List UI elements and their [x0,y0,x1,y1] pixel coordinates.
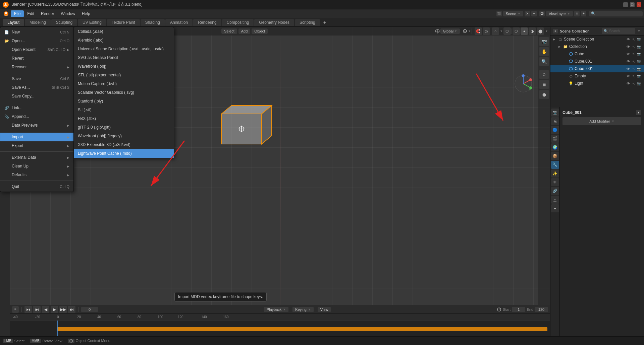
light-eye[interactable]: 👁 [626,81,631,86]
import-stl-exp[interactable]: STL (.stl) (experimental) [74,71,174,79]
current-frame-input[interactable] [81,307,98,312]
material-btn[interactable]: ◑ [529,27,536,35]
menu-file[interactable]: File [11,10,24,17]
file-menu-import[interactable]: Import ▶ [0,133,73,141]
import-alembic[interactable]: Alembic (.abc) [74,36,174,45]
view-zoom-btn[interactable]: 🔍 [539,57,549,66]
menu-blender[interactable] [1,10,11,17]
step-back-btn[interactable]: ⏮ [33,306,41,313]
menu-edit[interactable]: Edit [24,10,38,17]
cube001-render[interactable]: 📷 [637,59,641,64]
cube-pointer[interactable]: ↖ [631,52,636,56]
file-menu-open[interactable]: 📂 Open... Ctrl O [0,37,73,45]
viewport-object-btn[interactable]: Object [252,28,268,34]
prop-physics-icon[interactable]: ⚛ [551,178,559,186]
jump-end-btn[interactable]: ⏭ [68,306,75,313]
tab-compositing[interactable]: Compositing [222,19,254,26]
prop-modifier-icon[interactable]: 🔧 [551,161,559,169]
tab-geometry-nodes[interactable]: Geometry Nodes [254,19,294,26]
viewlayer-selector[interactable]: ViewLayer ▼ [546,11,573,16]
proportional-btn[interactable]: ◎ [483,27,490,35]
view-ortho-btn[interactable]: ▦ [539,80,549,89]
collection-eye[interactable]: 👁 [626,44,631,49]
file-menu-external-data[interactable]: External Data ▶ [0,153,73,162]
outliner-item-scene-collection[interactable]: ▶ 🗂 Scene Collection 👁 ↖ 📷 [550,36,644,43]
file-menu-clean-up[interactable]: Clean Up ▶ [0,162,73,170]
prop-render-icon[interactable]: 📷 [551,109,559,117]
file-menu-save-as[interactable]: Save As... Shift Ctrl S [0,83,73,92]
cube001-eye[interactable]: 👁 [626,59,631,64]
import-usd[interactable]: Universal Scene Description (.usd, .usdc… [74,45,174,53]
import-wavefront[interactable]: Wavefront (.obj) [74,62,174,71]
properties-options-btn[interactable]: ▼ [636,110,641,115]
empty-render[interactable]: 📷 [637,74,641,78]
prev-key-btn[interactable]: ◀ [42,306,49,313]
import-gltf[interactable]: gITF 2.0 (.glb/.gltf) [74,123,174,132]
cube001-pointer[interactable]: ↖ [631,59,636,64]
visibility-pointer[interactable]: ↖ [631,37,636,42]
empty-eye[interactable]: 👁 [626,74,631,78]
tab-animation[interactable]: Animation [165,19,193,26]
prop-material-icon[interactable]: ● [551,204,559,212]
file-menu-recover[interactable]: Recover ▶ [0,63,73,71]
viewport-select-btn[interactable]: Select [221,28,237,34]
prop-view-icon[interactable]: 🔵 [551,126,559,134]
snap-btn[interactable]: 🧲 [475,27,482,35]
import-stl[interactable]: Stl (.stl) [74,106,174,114]
maximize-button[interactable]: ☐ [630,2,635,7]
prop-object-icon[interactable]: 📦 [551,152,559,160]
outliner-item-cube001[interactable]: ▶ Cube.001 👁 ↖ 📷 [550,58,644,65]
end-frame-input[interactable] [535,307,548,312]
file-menu-data-previews[interactable]: Data Previews ▶ [0,121,73,130]
view-selector[interactable]: View [318,307,331,312]
tab-uv-editing[interactable]: UV Editing [78,19,106,26]
prop-particles-icon[interactable]: ✨ [551,169,559,178]
tab-scripting[interactable]: Scripting [295,19,320,26]
cube-eye[interactable]: 👁 [626,52,631,56]
xray-btn[interactable]: ⬡ [503,27,511,35]
file-menu-defaults[interactable]: Defaults ▶ [0,170,73,179]
prop-world-icon[interactable]: 🌍 [551,143,559,151]
tab-modeling[interactable]: Modeling [25,19,51,26]
keying-selector[interactable]: Keying ▼ [292,307,314,312]
search-input[interactable] [589,11,643,16]
menu-window[interactable]: Window [57,10,78,17]
light-render[interactable]: 📷 [637,81,641,86]
tab-layout[interactable]: Layout [3,19,24,26]
tab-shading[interactable]: Shading [141,19,165,26]
outliner-item-collection[interactable]: ▶ 📁 Collection 👁 ↖ 📷 [550,43,644,50]
outliner-item-cube[interactable]: ▶ Cube 👁 ↖ 📷 [550,50,644,58]
outliner-item-cube-001[interactable]: ▶ Cube_001 👁 ↖ 📷 [550,65,644,72]
timeline-menu-btn[interactable]: ≡ [12,306,19,313]
viewport-add-btn[interactable]: Add [238,28,251,34]
view-persp-btn[interactable]: ⬡ [539,70,549,79]
outliner-menu-btn[interactable]: ≡ [553,29,558,33]
import-fbx[interactable]: FBX (.fbx) [74,114,174,123]
close-button[interactable]: ✕ [637,2,641,7]
play-btn[interactable]: ▶ [51,306,58,313]
cube001s-eye[interactable]: 👁 [626,66,631,71]
start-frame-input[interactable] [512,307,525,312]
scene-selector[interactable]: Scene ▼ [503,11,523,16]
minimize-button[interactable]: — [623,2,628,7]
prop-output-icon[interactable]: 🖨 [551,117,559,125]
file-menu-quit[interactable]: Quit Ctrl Q [0,182,73,191]
rendered-btn[interactable]: ⬤ [537,27,544,35]
prop-constraints-icon[interactable]: 🔗 [551,187,559,195]
menu-help[interactable]: Help [78,10,94,17]
import-wavefront-legacy[interactable]: Wavefront (.obj) (legacy) [74,132,174,140]
import-bvh[interactable]: Motion Capture (.bvh) [74,79,174,88]
cube001s-render[interactable]: 📷 [637,66,641,71]
menu-render[interactable]: Render [38,10,57,17]
solid-btn[interactable]: ● [521,27,528,35]
tab-texture-paint[interactable]: Texture Paint [107,19,140,26]
visibility-render[interactable]: 📷 [637,37,641,42]
next-key-btn[interactable]: ▶▶ [59,306,67,313]
jump-start-btn[interactable]: ⏮ [24,306,32,313]
file-menu-save-copy[interactable]: Save Copy... [0,92,73,100]
file-menu-append[interactable]: 📎 Append... [0,112,73,121]
prop-scene-icon[interactable]: 🎬 [551,135,559,143]
add-workspace-button[interactable]: + [321,19,329,26]
file-menu-export[interactable]: Export ▶ [0,141,73,150]
coordinate-system-selector[interactable]: Global ▼ [440,28,460,34]
